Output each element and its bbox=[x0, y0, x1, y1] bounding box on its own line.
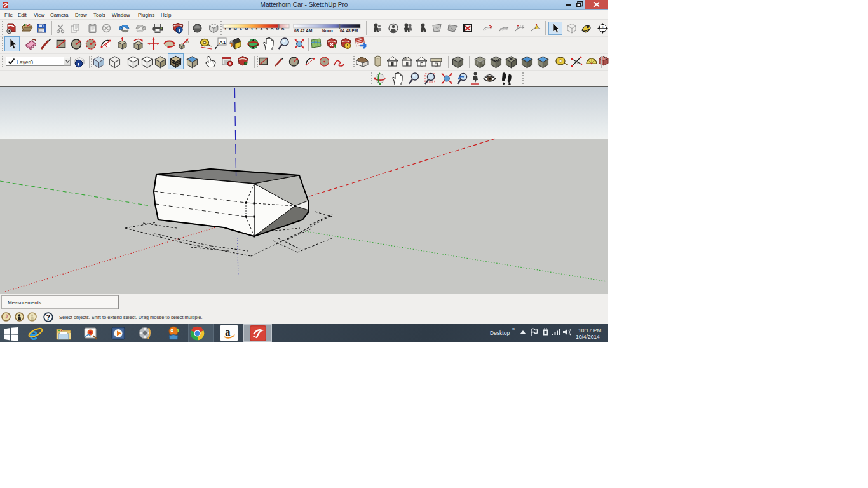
svg-text:04:48 PM: 04:48 PM bbox=[340, 29, 358, 33]
svg-text:Noon: Noon bbox=[322, 29, 333, 33]
svg-text:a: a bbox=[225, 326, 231, 338]
svg-text:?: ? bbox=[46, 313, 51, 321]
svg-text:A1: A1 bbox=[219, 39, 226, 45]
svg-text:08:42 AM: 08:42 AM bbox=[294, 29, 312, 33]
svg-text:C: C bbox=[602, 25, 604, 29]
